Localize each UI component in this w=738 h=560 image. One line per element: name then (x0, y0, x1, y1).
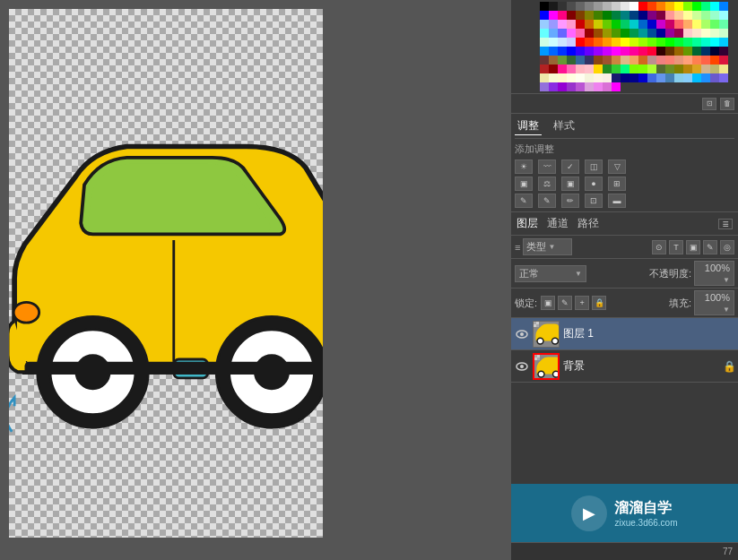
color-swatch[interactable] (719, 73, 728, 82)
color-swatch[interactable] (612, 82, 621, 91)
color-swatch[interactable] (594, 38, 603, 47)
adj-brightness-icon[interactable]: ☀ (515, 159, 533, 174)
color-swatch[interactable] (638, 38, 647, 47)
color-swatch[interactable] (692, 73, 701, 82)
color-swatch[interactable] (629, 65, 638, 73)
layer-bg-eye[interactable] (515, 359, 529, 374)
color-swatch[interactable] (710, 65, 719, 73)
color-swatch[interactable] (674, 2, 683, 11)
layer-item-background[interactable]: 背景 🔒 (511, 350, 738, 383)
color-swatch[interactable] (638, 47, 647, 56)
color-swatch[interactable] (603, 56, 612, 65)
color-swatch[interactable] (585, 2, 594, 11)
color-swatch[interactable] (683, 73, 692, 82)
color-swatch[interactable] (629, 47, 638, 56)
color-swatch[interactable] (585, 29, 594, 38)
color-swatch[interactable] (603, 11, 612, 20)
color-swatch[interactable] (647, 20, 656, 29)
color-swatch[interactable] (567, 2, 576, 11)
adj-circle-icon[interactable]: ● (585, 177, 603, 191)
color-swatch[interactable] (674, 38, 683, 47)
color-swatch[interactable] (585, 20, 594, 29)
color-swatch[interactable] (638, 73, 647, 82)
color-swatch[interactable] (558, 20, 567, 29)
color-swatch[interactable] (638, 2, 647, 11)
color-swatch[interactable] (674, 65, 683, 73)
color-swatch[interactable] (558, 47, 567, 56)
color-swatch[interactable] (594, 29, 603, 38)
color-swatch[interactable] (638, 20, 647, 29)
color-swatch[interactable] (665, 73, 674, 82)
color-swatch[interactable] (567, 56, 576, 65)
color-swatch[interactable] (665, 11, 674, 20)
color-swatch[interactable] (612, 20, 621, 29)
color-swatch[interactable] (594, 11, 603, 20)
color-swatch[interactable] (719, 38, 728, 47)
color-swatch[interactable] (612, 2, 621, 11)
color-swatch[interactable] (603, 2, 612, 11)
color-swatch[interactable] (549, 65, 558, 73)
tab-adjustments[interactable]: 调整 (515, 117, 542, 135)
color-swatch[interactable] (549, 11, 558, 20)
color-swatch[interactable] (549, 73, 558, 82)
color-swatch[interactable] (692, 56, 701, 65)
color-swatch[interactable] (710, 38, 719, 47)
color-swatch[interactable] (692, 65, 701, 73)
color-swatch[interactable] (576, 65, 585, 73)
color-swatch[interactable] (629, 20, 638, 29)
tab-channels[interactable]: 通道 (547, 216, 569, 231)
color-swatch[interactable] (576, 11, 585, 20)
tab-layers[interactable]: 图层 (517, 216, 538, 231)
color-swatch[interactable] (540, 65, 549, 73)
panel-icon-1[interactable]: ⊡ (702, 98, 716, 110)
adj-gradient-icon[interactable]: ▽ (608, 159, 626, 174)
color-swatch[interactable] (558, 82, 567, 91)
color-swatch[interactable] (585, 73, 594, 82)
color-swatch[interactable] (701, 73, 710, 82)
color-swatch[interactable] (629, 56, 638, 65)
color-swatch[interactable] (701, 38, 710, 47)
filter-icon-3[interactable]: ▣ (686, 240, 700, 254)
color-swatch[interactable] (567, 73, 576, 82)
color-swatch[interactable] (719, 20, 728, 29)
color-swatch[interactable] (701, 2, 710, 11)
color-swatch[interactable] (549, 56, 558, 65)
color-swatch[interactable] (567, 82, 576, 91)
color-swatch[interactable] (576, 20, 585, 29)
color-swatch[interactable] (540, 38, 549, 47)
color-swatch[interactable] (558, 38, 567, 47)
color-swatch[interactable] (692, 11, 701, 20)
color-swatch[interactable] (656, 2, 665, 11)
color-swatch[interactable] (585, 11, 594, 20)
color-swatch[interactable] (558, 2, 567, 11)
color-swatch[interactable] (629, 73, 638, 82)
color-swatch[interactable] (594, 47, 603, 56)
adj-levels-icon[interactable]: ✓ (561, 159, 579, 174)
color-swatch[interactable] (576, 73, 585, 82)
color-swatch[interactable] (585, 56, 594, 65)
color-swatch[interactable] (621, 29, 629, 38)
color-swatch[interactable] (567, 65, 576, 73)
color-swatch[interactable] (647, 29, 656, 38)
color-swatch[interactable] (594, 56, 603, 65)
adj-bar-icon[interactable]: ▬ (608, 194, 626, 208)
color-swatch[interactable] (612, 38, 621, 47)
color-swatch[interactable] (567, 20, 576, 29)
color-swatch[interactable] (638, 65, 647, 73)
color-swatch[interactable] (621, 20, 629, 29)
color-swatch[interactable] (594, 2, 603, 11)
color-swatch[interactable] (656, 56, 665, 65)
color-swatch[interactable] (567, 11, 576, 20)
color-swatch[interactable] (674, 20, 683, 29)
lock-icon-4[interactable]: 🔒 (592, 296, 606, 310)
color-swatch[interactable] (629, 38, 638, 47)
color-swatch[interactable] (603, 47, 612, 56)
color-swatch[interactable] (647, 65, 656, 73)
color-swatch[interactable] (558, 56, 567, 65)
color-swatch[interactable] (603, 65, 612, 73)
color-swatch[interactable] (665, 2, 674, 11)
color-swatch[interactable] (621, 38, 629, 47)
color-swatch[interactable] (603, 29, 612, 38)
color-swatch[interactable] (621, 73, 629, 82)
color-swatch[interactable] (674, 29, 683, 38)
